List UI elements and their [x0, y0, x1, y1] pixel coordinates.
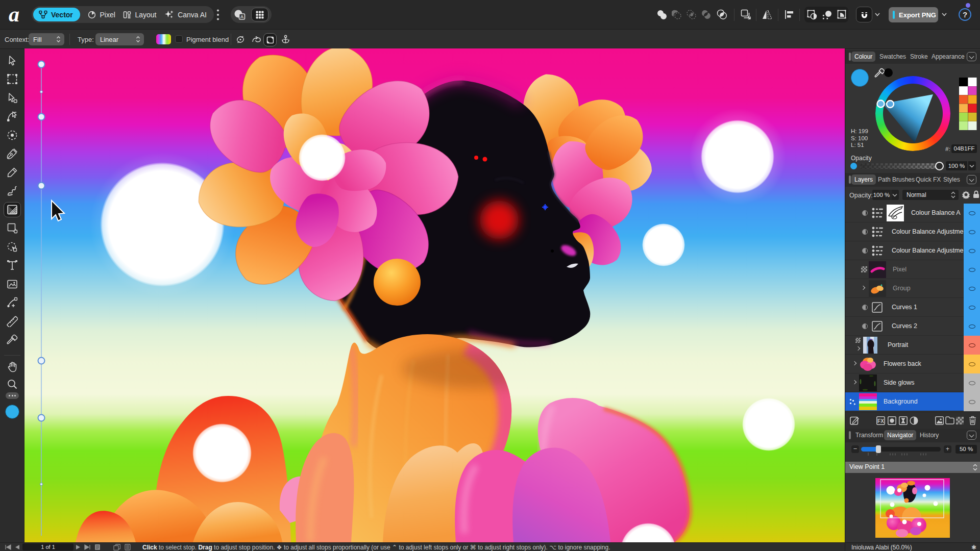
svg-text:A: A	[240, 14, 244, 19]
svg-text:FX: FX	[877, 418, 884, 424]
